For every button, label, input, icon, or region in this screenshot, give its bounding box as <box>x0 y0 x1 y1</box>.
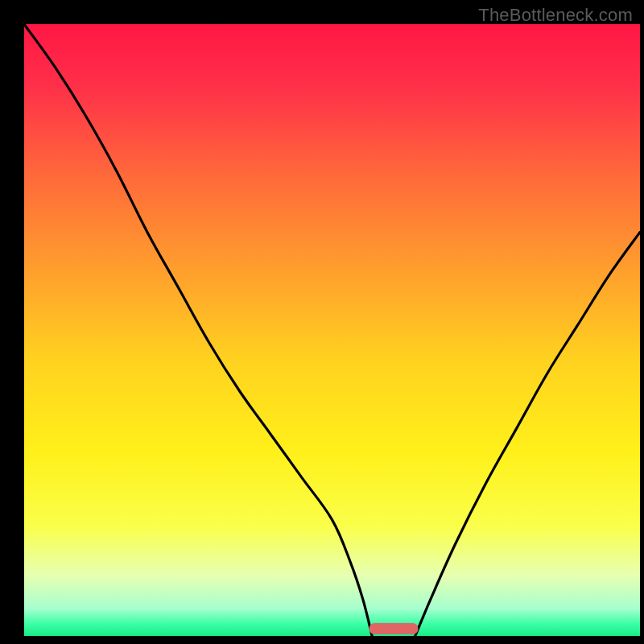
plot-background <box>24 24 640 636</box>
watermark-text: TheBottleneck.com <box>478 5 633 26</box>
chart-container: TheBottleneck.com <box>0 0 644 644</box>
bottleneck-marker <box>369 623 418 634</box>
bottleneck-plot <box>0 0 644 644</box>
